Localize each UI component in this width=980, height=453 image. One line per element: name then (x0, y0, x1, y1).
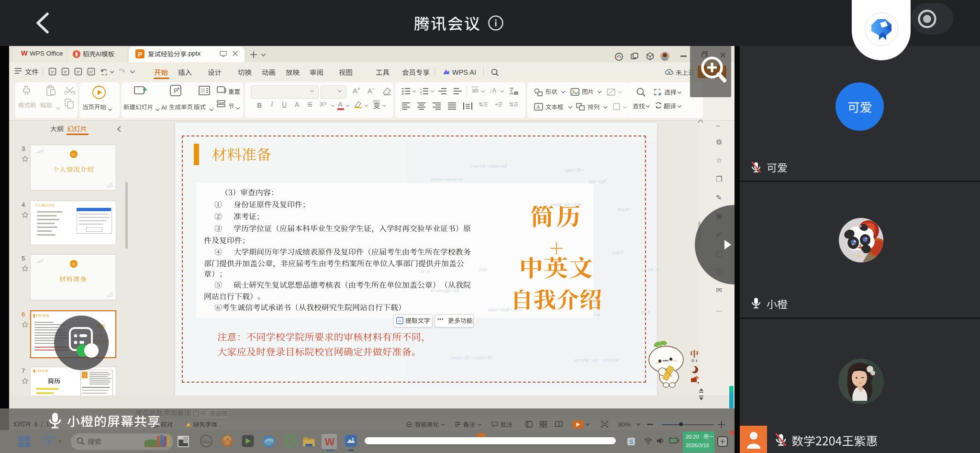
svg-text:A: A (536, 104, 540, 110)
svg-text:01: 01 (72, 153, 76, 156)
svg-text:S: S (629, 439, 633, 445)
svg-text:3: 3 (420, 93, 422, 95)
svg-text:P: P (174, 87, 178, 94)
svg-text:P: P (138, 51, 142, 58)
svg-text:02: 02 (72, 262, 76, 266)
svg-text:A: A (398, 318, 401, 323)
